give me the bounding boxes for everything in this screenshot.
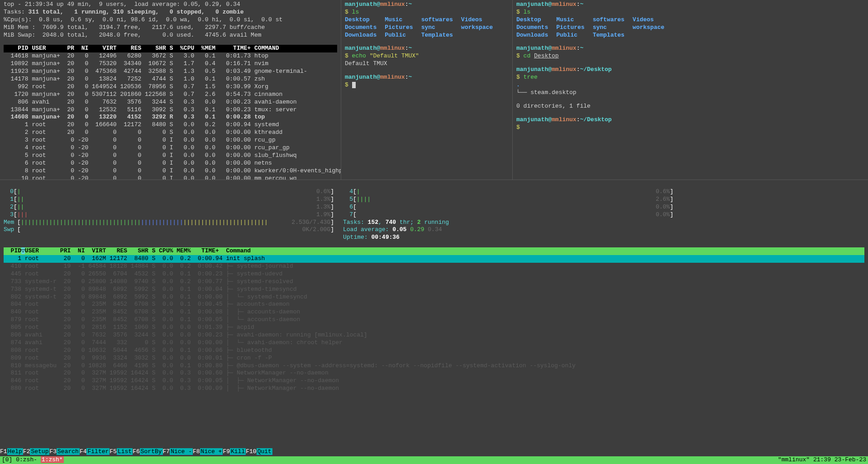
- fkey-f5[interactable]: F5List: [110, 448, 133, 456]
- top-mem-line: MiB Mem : 7609.9 total, 3194.7 free, 211…: [4, 24, 337, 32]
- ls-entry: Templates: [421, 32, 453, 39]
- shell1-prompt-line2: manjunath@mmlinux:~: [345, 45, 509, 52]
- top-process-row: 11923 manjuna+ 20 0 475368 42744 32588 S…: [4, 68, 337, 76]
- fkey-f6[interactable]: F6SortBy: [133, 448, 162, 456]
- htop-cpu-meters-right: 4[|0.6%]5[||||2.6%]6[0.0%]7[0.0%]: [343, 188, 673, 219]
- htop-mem-meter: Mem[||||||||||||||||||||||||||||||||||||…: [4, 219, 334, 227]
- fkey-f7[interactable]: F7Nice -: [163, 448, 193, 456]
- htop-uptime-line: Uptime: 00:49:36: [343, 234, 449, 241]
- top-column-header: PID USER PR NI VIRT RES SHR S %CPU %MEM …: [4, 45, 337, 52]
- htop-process-row: 802 systemd-t 20 0 89848 6892 5992 S 0.0…: [4, 294, 864, 301]
- cpu-meter: 4[|0.6%]: [343, 188, 673, 196]
- ls-entry: Pictures: [556, 24, 584, 32]
- tmux-statusbar[interactable]: [0] 0:zsh- 1:zsh* "mmlinux" 21:39 23-Feb…: [0, 456, 868, 464]
- htop-process-list: 410 root 19 -1 64584 18128 14884 S 0.0 0…: [4, 263, 864, 393]
- htop-cpu-meters-left: 0[|0.6%]1[||1.3%]2[||1.3%]3[|||1.9%]: [4, 188, 334, 219]
- ls-entry: Videos: [633, 16, 664, 24]
- ls-entry: sync: [593, 24, 625, 32]
- ls-entry: Public: [385, 32, 413, 39]
- ls-entry: Music: [385, 16, 413, 24]
- fkey-f3[interactable]: F3Search: [49, 448, 79, 456]
- cpu-meter: 0[|0.6%]: [4, 188, 334, 196]
- ls-entry: softwares: [421, 16, 453, 24]
- ls-entry: workspace: [461, 24, 493, 32]
- shell2-prompt-line3: manjunath@mmlinux:~/Desktop: [516, 66, 864, 74]
- tmux-pane-shell2[interactable]: manjunath@mmlinux:~ $ ls DesktopDocument…: [512, 0, 868, 180]
- top-process-row: 1720 manjuna+ 20 0 5307112 201860 122568…: [4, 91, 337, 99]
- fkey-f4[interactable]: F4Filter: [80, 448, 110, 456]
- top-process-row: 992 root 20 0 1649524 120536 78956 S 0.7…: [4, 83, 337, 91]
- shell1-cursor-line[interactable]: $: [345, 81, 509, 89]
- htop-process-row: 805 root 20 0 2816 1152 1060 S 0.0 0.0 0…: [4, 324, 864, 331]
- fkey-f1[interactable]: F1Help: [0, 448, 23, 456]
- top-swap-line: MiB Swap: 2048.0 total, 2048.0 free, 0.0…: [4, 32, 337, 39]
- top-process-row: 2 root 20 0 0 0 0 S 0.0 0.0 0:00.00 kthr…: [4, 129, 337, 137]
- shell2-ls-output: DesktopDocumentsDownloadsMusicPicturesPu…: [516, 16, 864, 39]
- cpu-meter: 6[0.0%]: [343, 204, 673, 211]
- shell1-echo-cmd: $ echo "Default TMUX": [345, 52, 509, 60]
- htop-selected-row[interactable]: 1 root 20 0 162M 12172 8480 S 0.0 0.2 0:…: [4, 255, 864, 263]
- shell1-ls-cmd: $ ls: [345, 9, 509, 16]
- htop-process-row: 840 root 20 0 235M 8452 6708 S 0.0 0.1 0…: [4, 308, 864, 316]
- top-process-row: 4 root 0 -20 0 0 0 I 0.0 0.0 0:00.00 rcu…: [4, 144, 337, 152]
- fkey-f9[interactable]: F9Kill: [223, 448, 246, 456]
- tmux-pane-shell1[interactable]: manjunath@mmlinux:~ $ ls DesktopDocument…: [341, 0, 512, 180]
- shell2-cd-cmd: $ cd Desktop: [516, 52, 864, 60]
- ls-entry: Videos: [461, 16, 493, 24]
- htop-process-row: 738 systemd-t 20 0 89848 6892 5992 S 0.0…: [4, 286, 864, 294]
- tmux-pane-top[interactable]: top - 21:39:34 up 49 min, 9 users, load …: [0, 0, 341, 180]
- htop-process-row: 880 root 20 0 327M 19592 16424 S 0.0 0.3…: [4, 385, 864, 393]
- ls-entry: Templates: [593, 32, 625, 39]
- cpu-meter: 2[||1.3%]: [4, 204, 334, 211]
- shell2-prompt-line2: manjunath@mmlinux:~: [516, 45, 864, 52]
- top-process-row: 14608 manjuna+ 20 0 13220 4152 3292 R 0.…: [4, 114, 337, 121]
- top-process-row: 13844 manjuna+ 20 0 12532 5116 3092 S 0.…: [4, 106, 337, 114]
- htop-process-row: 445 root 20 0 26550 6704 4532 S 0.0 0.1 …: [4, 270, 864, 278]
- top-process-row: 14618 manjuna+ 20 0 12496 6280 3672 S 3.…: [4, 52, 337, 60]
- htop-process-row: 809 root 20 0 9936 3324 3032 S 0.0 0.0 0…: [4, 355, 864, 362]
- htop-process-row: 808 root 20 0 10632 5044 4656 S 0.0 0.1 …: [4, 347, 864, 355]
- shell2-ls-cmd: $ ls: [516, 9, 864, 16]
- top-tasks-line: Tasks: 311 total, 1 running, 310 sleepin…: [4, 9, 337, 16]
- tree-output-item: └── steam.desktop: [516, 89, 864, 97]
- shell1-echo-output: Default TMUX: [345, 60, 509, 68]
- ls-entry: Desktop: [516, 16, 548, 24]
- ls-entry: Public: [556, 32, 584, 39]
- shell2-tree-cmd: $ tree: [516, 74, 864, 81]
- ls-entry: Desktop: [345, 16, 377, 24]
- top-cpu-line: %Cpu(s): 0.8 us, 0.6 sy, 0.0 ni, 98.6 id…: [4, 16, 337, 24]
- htop-process-row: 733 systemd-r 20 0 25800 14080 9740 S 0.…: [4, 278, 864, 286]
- htop-process-row: 410 root 19 -1 64584 18128 14884 S 0.0 0…: [4, 263, 864, 270]
- fkey-f8[interactable]: F8Nice +: [193, 448, 223, 456]
- cpu-meter: 7[0.0%]: [343, 211, 673, 219]
- htop-process-row: 810 messagebu 20 0 10828 6460 4196 S 0.0…: [4, 362, 864, 370]
- top-summary-line: top - 21:39:34 up 49 min, 9 users, load …: [4, 1, 337, 9]
- ls-entry: Documents: [345, 24, 377, 32]
- ls-entry: workspace: [633, 24, 664, 32]
- ls-entry: Documents: [516, 24, 548, 32]
- fkey-f2[interactable]: F2Setup: [23, 448, 50, 456]
- cpu-meter: 1[||1.3%]: [4, 196, 334, 204]
- top-process-row: 10 root 0 -20 0 0 0 I 0.0 0.0 0:00.00 mm…: [4, 175, 337, 180]
- shell2-prompt-line4: manjunath@mmlinux:~/Desktop: [516, 116, 864, 124]
- cursor-icon: [352, 82, 356, 88]
- htop-process-row: 879 root 20 0 235M 8452 6708 S 0.0 0.1 0…: [4, 316, 864, 324]
- top-process-row: 6 root 0 -20 0 0 0 I 0.0 0.0 0:00.00 net…: [4, 160, 337, 167]
- htop-process-row: 846 root 20 0 327M 19592 16424 S 0.0 0.3…: [4, 377, 864, 385]
- top-process-row: 3 root 0 -20 0 0 0 I 0.0 0.0 0:00.00 rcu…: [4, 137, 337, 144]
- top-process-row: 10892 manjuna+ 20 0 75320 34340 10672 S …: [4, 60, 337, 68]
- top-process-row: 8 root 0 -20 0 0 0 I 0.0 0.0 0:00.00 kwo…: [4, 167, 337, 175]
- ls-entry: sync: [421, 24, 453, 32]
- htop-process-row: 806 avahi 20 0 7632 3576 3244 S 0.0 0.0 …: [4, 331, 864, 339]
- tmux-pane-htop[interactable]: 0[|0.6%]1[||1.3%]2[||1.3%]3[|||1.9%] 4[|…: [0, 180, 868, 464]
- shell2-cursor-line[interactable]: $: [516, 124, 864, 132]
- htop-process-row: 874 avahi 20 0 7444 332 0 S 0.0 0.0 0:00…: [4, 339, 864, 347]
- ls-entry: softwares: [593, 16, 625, 24]
- htop-fkey-bar[interactable]: F1Help F2Setup F3SearchF4FilterF5List F6…: [0, 448, 868, 456]
- htop-column-header[interactable]: PID▽USER PRI NI VIRT RES SHR S CPU% MEM%…: [4, 247, 864, 255]
- htop-swp-meter: Swp[0K/2.00G]: [4, 226, 334, 234]
- fkey-f10[interactable]: F10Quit: [246, 448, 272, 456]
- htop-tasks-line: Tasks: 152, 740 thr; 2 running: [343, 219, 449, 227]
- shell1-ls-output: DesktopDocumentsDownloadsMusicPicturesPu…: [345, 16, 509, 39]
- cpu-meter: 3[|||1.9%]: [4, 211, 334, 219]
